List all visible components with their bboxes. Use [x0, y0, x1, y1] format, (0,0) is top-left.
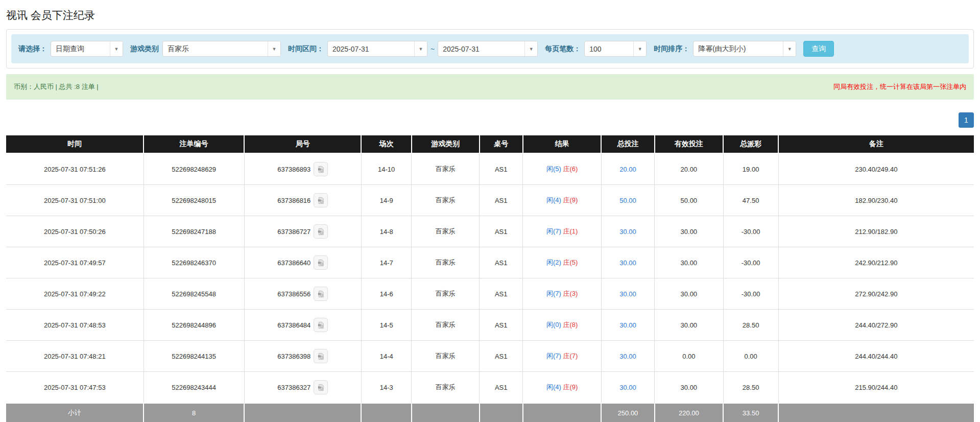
cell-game-type: 百家乐 [412, 310, 480, 341]
video-file-icon [317, 259, 325, 267]
cell-time: 2025-07-31 07:49:22 [6, 278, 144, 310]
bet-records-table: 时间 注单编号 局号 场次 游戏类别 桌号 结果 总投注 有效投注 总派彩 备注… [6, 134, 974, 422]
time-sort-label: 时间排序： [654, 44, 689, 54]
cell-total-bet: 20.00 [601, 153, 654, 185]
result-banker: 庄(8) [563, 321, 578, 329]
video-file-icon [317, 197, 325, 204]
cell-time: 2025-07-31 07:49:57 [6, 247, 144, 278]
cell-result: 闲(4) 庄(9) [523, 372, 601, 404]
table-row: 2025-07-31 07:51:00 522698248015 6373868… [6, 185, 974, 216]
time-sort-select[interactable]: 降幂(由大到小) ▼ [693, 41, 796, 57]
total-bet-link[interactable]: 30.00 [619, 228, 636, 236]
chevron-down-icon[interactable]: ▼ [783, 41, 796, 56]
page-size-label: 每页笔数： [545, 44, 581, 54]
total-bet-link[interactable]: 50.00 [619, 197, 636, 204]
col-result: 结果 [523, 135, 601, 153]
cell-round: 637386727 [244, 216, 361, 247]
cell-session: 14-8 [361, 216, 412, 247]
cell-time: 2025-07-31 07:51:00 [6, 185, 144, 216]
video-replay-button[interactable] [314, 162, 328, 176]
cell-total-bet: 30.00 [601, 278, 654, 310]
result-banker: 庄(9) [563, 383, 578, 391]
table-row: 2025-07-31 07:47:53 522698243444 6373863… [6, 372, 974, 404]
chevron-down-icon[interactable]: ▼ [268, 41, 280, 56]
video-replay-button[interactable] [314, 193, 328, 207]
total-bet-link[interactable]: 20.00 [619, 166, 636, 173]
cell-time: 2025-07-31 07:47:53 [6, 372, 144, 404]
video-replay-button[interactable] [314, 224, 328, 239]
cell-bet-id: 522698247188 [144, 216, 244, 247]
cell-remark: 182.90/230.40 [778, 185, 974, 216]
result-player: 闲(2) [546, 259, 561, 266]
cell-payout: -30.00 [723, 216, 778, 247]
total-bet-link[interactable]: 30.00 [619, 259, 636, 267]
query-type-label: 请选择： [18, 44, 47, 54]
filter-toolbar: 请选择： 日期查询 ▼ 游戏类别 百家乐 ▼ 时间区间： 2025-07-31 … [11, 34, 969, 63]
subtotal-total-bet: 250.00 [601, 403, 654, 422]
date-range-separator: ~ [431, 45, 435, 53]
chevron-down-icon[interactable]: ▼ [110, 41, 123, 56]
video-replay-button[interactable] [314, 349, 328, 363]
date-from-select[interactable]: 2025-07-31 ▼ [327, 41, 427, 57]
cell-time: 2025-07-31 07:48:53 [6, 310, 144, 341]
date-to-select[interactable]: 2025-07-31 ▼ [438, 41, 538, 57]
chevron-down-icon[interactable]: ▼ [414, 41, 427, 56]
video-file-icon [317, 321, 325, 329]
col-bet-id: 注单编号 [144, 135, 244, 153]
table-row: 2025-07-31 07:49:57 522698246370 6373866… [6, 247, 974, 278]
total-bet-link[interactable]: 30.00 [619, 384, 636, 391]
cell-total-bet: 30.00 [601, 341, 654, 372]
video-replay-button[interactable] [314, 287, 328, 301]
cell-session: 14-7 [361, 247, 412, 278]
result-player: 闲(5) [546, 165, 561, 173]
video-replay-button[interactable] [314, 380, 328, 394]
chevron-down-icon[interactable]: ▼ [524, 41, 537, 56]
cell-bet-id: 522698243444 [144, 372, 244, 404]
col-round: 局号 [244, 135, 361, 153]
cell-round: 637386398 [244, 341, 361, 372]
cell-session: 14-9 [361, 185, 412, 216]
chevron-down-icon[interactable]: ▼ [633, 41, 646, 56]
table-row: 2025-07-31 07:49:22 522698245548 6373865… [6, 278, 974, 310]
round-number: 637386398 [277, 353, 310, 360]
col-session: 场次 [361, 135, 412, 153]
total-bet-link[interactable]: 30.00 [619, 290, 636, 298]
total-bet-link[interactable]: 30.00 [619, 353, 636, 360]
video-replay-button[interactable] [314, 318, 328, 332]
page-size-select[interactable]: 100 ▼ [584, 41, 647, 57]
cell-bet-id: 522698248015 [144, 185, 244, 216]
cell-bet-id: 522698248629 [144, 153, 244, 185]
col-valid-bet: 有效投注 [655, 135, 724, 153]
cell-round: 637386327 [244, 372, 361, 404]
cell-round: 637386893 [244, 153, 361, 185]
cell-table-no: AS1 [480, 278, 523, 310]
cell-valid-bet: 30.00 [655, 247, 724, 278]
round-number: 637386640 [277, 259, 310, 267]
table-header: 时间 注单编号 局号 场次 游戏类别 桌号 结果 总投注 有效投注 总派彩 备注 [6, 135, 974, 153]
cell-payout: 28.50 [723, 310, 778, 341]
game-type-select[interactable]: 百家乐 ▼ [162, 41, 281, 57]
col-total-bet: 总投注 [601, 135, 654, 153]
table-row: 2025-07-31 07:48:21 522698244135 6373863… [6, 341, 974, 372]
query-type-select[interactable]: 日期查询 ▼ [51, 41, 123, 57]
col-time: 时间 [6, 135, 144, 153]
cell-round: 637386556 [244, 278, 361, 310]
cell-time: 2025-07-31 07:50:26 [6, 216, 144, 247]
subtotal-label: 小计 [6, 403, 144, 422]
cell-table-no: AS1 [480, 341, 523, 372]
page-button-1[interactable]: 1 [959, 112, 974, 128]
cell-payout: -30.00 [723, 278, 778, 310]
cell-table-no: AS1 [480, 310, 523, 341]
cell-result: 闲(5) 庄(6) [523, 153, 601, 185]
search-button[interactable]: 查询 [803, 41, 834, 57]
round-number: 637386727 [277, 228, 310, 236]
video-replay-button[interactable] [314, 255, 328, 270]
total-bet-link[interactable]: 30.00 [619, 321, 636, 329]
cell-table-no: AS1 [480, 247, 523, 278]
video-file-icon [317, 384, 325, 391]
cell-remark: 272.90/242.90 [778, 278, 974, 310]
cell-bet-id: 522698244135 [144, 341, 244, 372]
cell-result: 闲(7) 庄(3) [523, 278, 601, 310]
cell-game-type: 百家乐 [412, 278, 480, 310]
cell-game-type: 百家乐 [412, 247, 480, 278]
